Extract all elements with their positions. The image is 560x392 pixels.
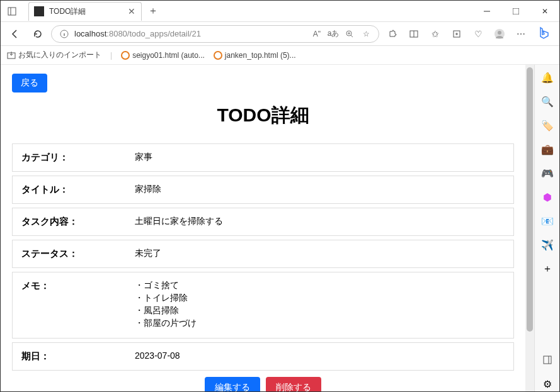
search-icon[interactable]: 🔍 bbox=[540, 94, 555, 109]
hide-sidebar-icon[interactable] bbox=[540, 352, 555, 367]
bookmarks-bar: お気に入りのインポート | seigyo01.html (auto... jan… bbox=[1, 46, 559, 65]
address-bar[interactable]: localhost:8080/todo_apps/detail/21 A" aあ… bbox=[51, 25, 379, 43]
detail-table: カテゴリ： 家事 タイトル： 家掃除 タスク内容： 土曜日に家を掃除する ステー… bbox=[12, 143, 514, 371]
edge-sidebar: 🔔 🔍 🏷️ 💼 🎮 ⬢ 📧 ✈️ ＋ ⚙ bbox=[534, 65, 559, 391]
bing-chat-icon[interactable] bbox=[533, 23, 554, 45]
edit-button[interactable]: 編集する bbox=[205, 377, 260, 391]
main-wrapper: 戻る TODO詳細 カテゴリ： 家事 タイトル： 家掃除 タスク内容： 土曜日に… bbox=[1, 65, 559, 391]
send-icon[interactable]: ✈️ bbox=[540, 237, 555, 252]
label-category: カテゴリ： bbox=[21, 152, 135, 164]
memo-line: ・ゴミ捨て bbox=[135, 280, 505, 291]
zoom-icon[interactable] bbox=[343, 28, 356, 40]
toolbox-icon[interactable]: 💼 bbox=[540, 142, 555, 157]
value-memo: ・ゴミ捨て・トイレ掃除・風呂掃除・部屋の片づけ bbox=[135, 280, 505, 330]
value-category: 家事 bbox=[135, 152, 505, 164]
svg-rect-0 bbox=[8, 8, 16, 15]
row-task: タスク内容： 土曜日に家を掃除する bbox=[12, 208, 514, 236]
memo-line: ・風呂掃除 bbox=[135, 305, 505, 316]
back-nav-button[interactable] bbox=[6, 25, 25, 43]
tab-strip: TODO詳細 ✕ ＋ bbox=[21, 1, 162, 21]
svg-point-17 bbox=[498, 31, 501, 35]
window-titlebar: TODO詳細 ✕ ＋ ✕ bbox=[1, 1, 559, 22]
browser-tab[interactable]: TODO詳細 ✕ bbox=[28, 2, 142, 21]
action-buttons: 編集する 削除する bbox=[12, 377, 514, 391]
extension-puzzle-icon[interactable] bbox=[383, 25, 402, 43]
row-status: ステータス： 未完了 bbox=[12, 240, 514, 268]
reading-mode-icon[interactable]: A" bbox=[311, 28, 323, 40]
collections-icon[interactable] bbox=[447, 25, 466, 43]
label-title: タイトル： bbox=[21, 184, 135, 196]
favorites-icon[interactable]: ✩ bbox=[426, 25, 445, 43]
new-tab-button[interactable]: ＋ bbox=[144, 3, 162, 20]
minimize-button[interactable] bbox=[472, 1, 501, 21]
favorite-star-icon[interactable]: ☆ bbox=[360, 28, 372, 40]
maximize-button[interactable] bbox=[501, 1, 530, 21]
refresh-button[interactable] bbox=[28, 25, 47, 43]
site-info-icon[interactable] bbox=[58, 28, 71, 40]
url-text: localhost:8080/todo_apps/detail/21 bbox=[74, 29, 307, 38]
memo-line: ・部屋の片づけ bbox=[135, 318, 505, 329]
scrollbar[interactable] bbox=[525, 65, 534, 391]
back-button[interactable]: 戻る bbox=[12, 74, 47, 92]
bookmark-favicon-icon bbox=[121, 51, 130, 60]
svg-line-8 bbox=[351, 35, 353, 37]
bookmark-item-2[interactable]: janken_top.html (5)... bbox=[214, 51, 296, 60]
page-content: 戻る TODO詳細 カテゴリ： 家事 タイトル： 家掃除 タスク内容： 土曜日に… bbox=[1, 65, 525, 391]
label-memo: メモ： bbox=[21, 280, 135, 330]
row-category: カテゴリ： 家事 bbox=[12, 143, 514, 172]
tab-actions-icon[interactable] bbox=[3, 3, 21, 20]
scrollbar-thumb[interactable] bbox=[527, 67, 533, 332]
delete-button[interactable]: 削除する bbox=[266, 377, 321, 391]
add-sidebar-icon[interactable]: ＋ bbox=[540, 261, 555, 276]
tab-favicon-icon bbox=[34, 6, 44, 16]
split-screen-icon[interactable] bbox=[404, 25, 423, 43]
settings-gear-icon[interactable]: ⚙ bbox=[540, 376, 555, 391]
tab-title: TODO詳細 bbox=[49, 6, 122, 17]
notifications-icon[interactable]: 🔔 bbox=[540, 70, 555, 85]
value-title: 家掃除 bbox=[135, 184, 505, 196]
value-due: 2023-07-08 bbox=[135, 350, 505, 362]
more-menu-icon[interactable]: ⋯ bbox=[511, 25, 530, 43]
label-task: タスク内容： bbox=[21, 216, 135, 228]
shopping-tag-icon[interactable]: 🏷️ bbox=[540, 118, 555, 133]
label-due: 期日： bbox=[21, 350, 135, 362]
outlook-icon[interactable]: 📧 bbox=[540, 213, 555, 228]
translate-icon[interactable]: aあ bbox=[327, 28, 340, 40]
bookmark-item-1[interactable]: seigyo01.html (auto... bbox=[121, 51, 205, 60]
import-icon bbox=[7, 51, 16, 60]
bookmark-favicon-icon bbox=[214, 51, 222, 60]
profile-icon[interactable] bbox=[490, 25, 509, 43]
row-memo: メモ： ・ゴミ捨て・トイレ掃除・風呂掃除・部屋の片づけ bbox=[12, 272, 514, 339]
close-window-button[interactable]: ✕ bbox=[530, 1, 559, 21]
svg-rect-3 bbox=[513, 8, 519, 14]
import-favorites-button[interactable]: お気に入りのインポート bbox=[7, 50, 101, 60]
tab-close-icon[interactable]: ✕ bbox=[127, 7, 136, 16]
value-status: 未完了 bbox=[135, 248, 505, 260]
games-icon[interactable]: 🎮 bbox=[540, 165, 555, 181]
label-status: ステータス： bbox=[21, 248, 135, 260]
window-controls: ✕ bbox=[472, 1, 559, 21]
memo-line: ・トイレ掃除 bbox=[135, 293, 505, 304]
value-task: 土曜日に家を掃除する bbox=[135, 216, 505, 228]
row-due: 期日： 2023-07-08 bbox=[12, 342, 514, 371]
svg-rect-19 bbox=[544, 356, 551, 364]
performance-icon[interactable]: ♡ bbox=[469, 25, 488, 43]
row-title: タイトル： 家掃除 bbox=[12, 176, 514, 204]
extension-icons: ✩ ♡ ⋯ bbox=[383, 23, 554, 45]
office-icon[interactable]: ⬢ bbox=[540, 189, 555, 204]
page-title: TODO詳細 bbox=[12, 103, 514, 128]
toolbar: localhost:8080/todo_apps/detail/21 A" aあ… bbox=[1, 22, 559, 46]
